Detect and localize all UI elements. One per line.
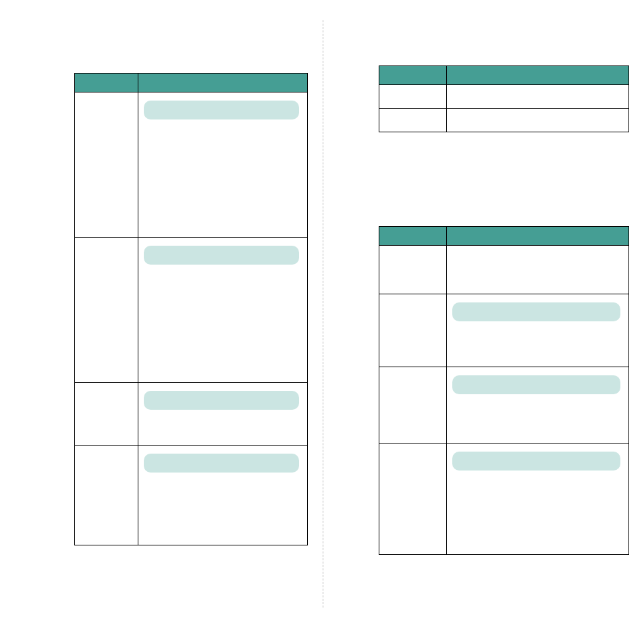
table-row (75, 92, 308, 238)
table-row (75, 238, 308, 383)
table-header-row (379, 66, 629, 85)
table-row (75, 446, 308, 545)
table-header-cell (138, 74, 308, 92)
table-cell (379, 109, 447, 132)
page-container (0, 0, 644, 644)
highlight-pill (452, 452, 620, 471)
highlight-pill (144, 391, 299, 410)
table-cell (379, 85, 447, 109)
table-cell (75, 446, 138, 545)
table-row (379, 367, 629, 444)
table-header-cell (447, 66, 629, 85)
table-header-row (75, 74, 308, 92)
left-table (74, 73, 308, 545)
table-cell (447, 367, 629, 444)
table-cell (447, 246, 629, 294)
highlight-pill (144, 454, 299, 473)
table-header-row (379, 227, 629, 246)
highlight-pill (452, 302, 620, 321)
table-row (379, 85, 629, 109)
table-cell (138, 383, 308, 446)
table-cell (379, 367, 447, 444)
table-cell (75, 92, 138, 238)
table-cell (138, 238, 308, 383)
table-cell (447, 109, 629, 132)
table-cell (447, 85, 629, 109)
table-row (379, 444, 629, 555)
table-row (379, 294, 629, 367)
table-cell (379, 246, 447, 294)
highlight-pill (144, 101, 299, 119)
highlight-pill (144, 246, 299, 265)
table-header-cell (379, 66, 447, 85)
table-cell (75, 238, 138, 383)
table-cell (138, 92, 308, 238)
table-cell (75, 383, 138, 446)
table-cell (379, 444, 447, 555)
right-small-table (379, 65, 629, 132)
table-cell (447, 294, 629, 367)
highlight-pill (452, 375, 620, 394)
right-large-table (379, 226, 629, 555)
table-header-cell (379, 227, 447, 246)
table-cell (379, 294, 447, 367)
table-row (379, 246, 629, 294)
table-row (75, 383, 308, 446)
table-header-cell (75, 74, 138, 92)
vertical-divider (323, 20, 323, 608)
table-cell (138, 446, 308, 545)
table-row (379, 109, 629, 132)
table-header-cell (447, 227, 629, 246)
table-cell (447, 444, 629, 555)
